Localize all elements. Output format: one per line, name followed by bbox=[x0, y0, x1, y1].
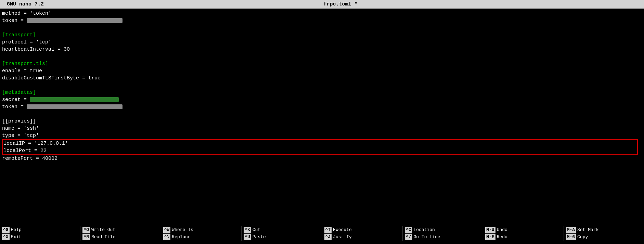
editor-line-section: [metadatas] bbox=[2, 89, 642, 96]
shortcut-key: ^T bbox=[324, 227, 332, 233]
editor-line: disableCustomTLSFirstByte = true bbox=[2, 75, 642, 82]
shortcut-key: ^U bbox=[244, 234, 251, 240]
editor-line: heartbeatInterval = 30 bbox=[2, 46, 642, 53]
editor-line-section: [transport] bbox=[2, 31, 642, 39]
shortcut-key: ^O bbox=[82, 227, 90, 233]
shortcut-label: Undo bbox=[497, 227, 507, 233]
shortcut-key: ^K bbox=[244, 227, 251, 233]
shortcut-row[interactable]: ^\Replace bbox=[163, 234, 239, 240]
editor-line-section: [transport.tls] bbox=[2, 60, 642, 67]
editor-line-empty bbox=[2, 82, 642, 89]
editor-line-blurred: token = bbox=[2, 17, 642, 24]
editor-line: type = 'tcp' bbox=[2, 132, 642, 139]
title-center: frpc.toml * bbox=[44, 1, 637, 8]
shortcut-group-1: ^OWrite Out^RRead File bbox=[80, 226, 161, 241]
shortcut-label: Justify bbox=[333, 234, 352, 240]
editor-line: method = 'token' bbox=[2, 10, 642, 17]
editor-line-empty bbox=[2, 53, 642, 60]
editor-container[interactable]: method = 'token'token = [transport]proto… bbox=[0, 9, 644, 224]
shortcut-group-0: ^GHelp^XExit bbox=[0, 226, 80, 241]
shortcut-row[interactable]: ^/Go To Line bbox=[405, 234, 481, 240]
shortcut-key: ^/ bbox=[405, 234, 412, 240]
editor-line: remotePort = 40002 bbox=[2, 155, 642, 162]
shortcut-key: M-A bbox=[566, 227, 576, 233]
editor-line-blurred: token = bbox=[2, 103, 642, 111]
shortcut-key: ^G bbox=[2, 227, 10, 233]
editor-line-highlighted: localPort = 22 bbox=[3, 147, 637, 154]
editor-line: [[proxies]] bbox=[2, 118, 642, 125]
shortcut-label: Help bbox=[11, 227, 22, 233]
shortcut-key: ^X bbox=[2, 234, 10, 240]
shortcut-key: M-6 bbox=[566, 234, 576, 240]
shortcut-key: ^\ bbox=[163, 234, 171, 240]
shortcut-label: Copy bbox=[577, 234, 588, 240]
shortcut-group-6: M-UUndoM-ERedo bbox=[483, 226, 564, 241]
shortcut-row[interactable]: ^XExit bbox=[2, 234, 78, 240]
shortcut-label: Cut bbox=[253, 227, 260, 233]
shortcut-row[interactable]: ^GHelp bbox=[2, 227, 78, 233]
shortcut-row[interactable]: ^CLocation bbox=[405, 227, 481, 233]
bottom-bar: ^GHelp^XExit^OWrite Out^RRead File^WWher… bbox=[0, 224, 644, 243]
shortcut-group-5: ^CLocation^/Go To Line bbox=[403, 226, 483, 241]
editor-line-empty bbox=[2, 111, 642, 118]
shortcut-group-7: M-ASet MarkM-6Copy bbox=[564, 226, 644, 241]
shortcut-label: Execute bbox=[333, 227, 352, 233]
editor-highlighted-block: localIP = '127.0.0.1'localPort = 22 bbox=[2, 139, 638, 155]
shortcut-label: Read File bbox=[91, 234, 115, 240]
shortcut-label: Replace bbox=[172, 234, 191, 240]
editor-area: method = 'token'token = [transport]proto… bbox=[0, 9, 644, 224]
shortcut-row[interactable]: ^OWrite Out bbox=[82, 227, 158, 233]
shortcut-label: Go To Line bbox=[413, 234, 440, 240]
shortcut-group-4: ^TExecute^JJustify bbox=[322, 226, 403, 241]
shortcut-label: Redo bbox=[497, 234, 507, 240]
shortcut-label: Set Mark bbox=[577, 227, 598, 233]
shortcut-row[interactable]: ^RRead File bbox=[82, 234, 158, 240]
shortcut-row[interactable]: M-6Copy bbox=[566, 234, 642, 240]
shortcut-group-2: ^WWhere Is^\Replace bbox=[161, 226, 242, 241]
shortcut-label: Write Out bbox=[91, 227, 115, 233]
shortcut-key: ^J bbox=[324, 234, 332, 240]
shortcut-row[interactable]: ^TExecute bbox=[324, 227, 400, 233]
shortcut-label: Where Is bbox=[172, 227, 193, 233]
shortcut-key: ^C bbox=[405, 227, 412, 233]
editor-line: protocol = 'tcp' bbox=[2, 39, 642, 46]
editor-line-highlighted: localIP = '127.0.0.1' bbox=[3, 140, 637, 147]
shortcut-key: M-U bbox=[485, 227, 495, 233]
title-left: GNU nano 7.2 bbox=[7, 1, 44, 8]
shortcut-label: Location bbox=[413, 227, 435, 233]
shortcut-row[interactable]: M-UUndo bbox=[485, 227, 561, 233]
shortcut-label: Paste bbox=[253, 234, 266, 240]
shortcut-key: ^R bbox=[82, 234, 90, 240]
editor-line: name = 'ssh' bbox=[2, 125, 642, 132]
shortcut-row[interactable]: ^UPaste bbox=[244, 234, 320, 240]
shortcut-row[interactable]: ^JJustify bbox=[324, 234, 400, 240]
shortcut-label: Exit bbox=[11, 234, 22, 240]
shortcut-row[interactable]: M-ERedo bbox=[485, 234, 561, 240]
shortcut-row[interactable]: M-ASet Mark bbox=[566, 227, 642, 233]
shortcut-row[interactable]: ^WWhere Is bbox=[163, 227, 239, 233]
editor-line: enable = true bbox=[2, 67, 642, 75]
title-bar: GNU nano 7.2 frpc.toml * bbox=[0, 0, 644, 9]
shortcut-group-3: ^KCut^UPaste bbox=[242, 226, 322, 241]
shortcut-key: ^W bbox=[163, 227, 171, 233]
shortcut-key: M-E bbox=[485, 234, 495, 240]
shortcut-row[interactable]: ^KCut bbox=[244, 227, 320, 233]
editor-line-empty bbox=[2, 24, 642, 31]
editor-line-blurred: secret = bbox=[2, 96, 642, 103]
